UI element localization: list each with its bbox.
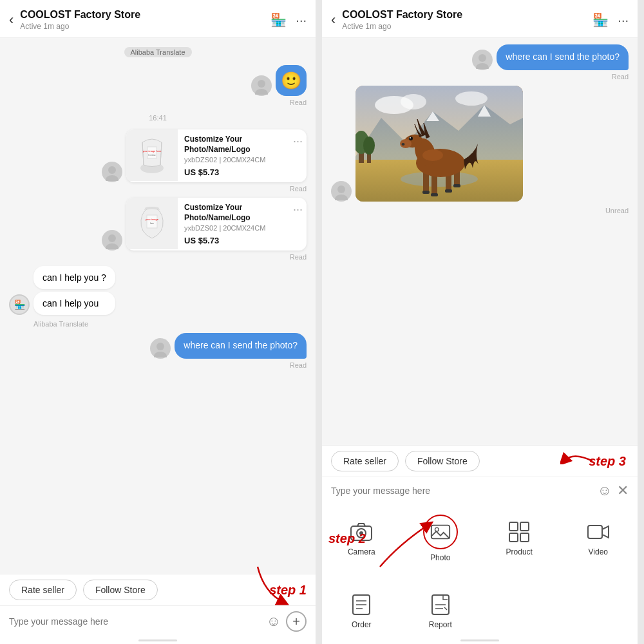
- svg-text:your image: your image: [146, 218, 159, 221]
- svg-rect-56: [520, 522, 529, 531]
- step3-arrow: [560, 439, 599, 464]
- product-card-1[interactable]: your image here le mieux Customize Your …: [126, 129, 307, 182]
- right-header-icons: 🏪 ···: [592, 12, 629, 28]
- user-avatar: [251, 75, 272, 96]
- product-sku-2: yxbDZS02 | 20CMX24CM: [184, 224, 283, 232]
- report-label: Report: [429, 620, 452, 629]
- right-panel: ‹ COOLOST Factory Store Active 1m ago 🏪 …: [316, 0, 638, 644]
- product-image-2: your image here: [126, 198, 178, 249]
- left-emoji-icon[interactable]: ☺: [267, 613, 281, 630]
- svg-rect-41: [453, 184, 460, 187]
- svg-point-20: [335, 194, 348, 200]
- svg-point-48: [402, 143, 405, 146]
- right-user-msg-row: where can I send the photo?: [331, 44, 629, 70]
- user-blue-bubble: where can I send the photo?: [175, 333, 307, 359]
- right-header-info: COOLOST Factory Store Active 1m ago: [342, 9, 592, 31]
- right-chat-area: where can I send the photo? Read: [322, 38, 638, 445]
- svg-point-1: [255, 89, 268, 95]
- left-chat-area: Alibaba Translate 🙂 Read 16:41: [0, 38, 316, 574]
- svg-rect-8: [147, 215, 157, 228]
- right-rate-seller-button[interactable]: Rate seller: [331, 451, 399, 471]
- photo-label: Photo: [430, 553, 450, 562]
- right-back-button[interactable]: ‹: [331, 12, 336, 28]
- svg-rect-57: [509, 533, 518, 542]
- right-emoji-icon[interactable]: ☺: [598, 482, 612, 499]
- right-actions-area: Rate seller Follow Store step 3: [322, 445, 638, 477]
- seller-msg-1: can I help you ?: [33, 266, 115, 289]
- product-label: Product: [506, 547, 533, 556]
- media-grid-row1: Camera Photo Product: [322, 504, 638, 570]
- left-plus-button[interactable]: +: [286, 611, 307, 632]
- read-status-3: Read: [290, 253, 307, 261]
- video-media-item[interactable]: Video: [559, 504, 638, 570]
- left-message-input[interactable]: [9, 616, 261, 627]
- product-more-1[interactable]: ···: [289, 129, 307, 153]
- read-status-4: Read: [290, 361, 307, 369]
- read-status-2: Read: [290, 185, 307, 193]
- svg-point-47: [410, 137, 411, 138]
- unread-status: Unread: [605, 207, 629, 214]
- svg-rect-55: [509, 522, 518, 531]
- plus-icon: +: [292, 614, 300, 629]
- svg-point-0: [258, 80, 265, 88]
- svg-point-49: [422, 149, 443, 161]
- svg-point-46: [409, 137, 413, 140]
- product-media-item[interactable]: Product: [480, 504, 559, 570]
- horse-image: [355, 86, 523, 202]
- order-media-item[interactable]: Order: [322, 583, 401, 637]
- right-store-icon[interactable]: 🏪: [592, 12, 609, 28]
- right-bottom-actions: Rate seller Follow Store step 3: [322, 445, 638, 477]
- more-icon[interactable]: ···: [296, 13, 307, 28]
- product-more-2[interactable]: ···: [289, 198, 307, 222]
- report-media-item[interactable]: Report: [401, 583, 480, 637]
- svg-point-16: [154, 352, 167, 357]
- seller-msg-row: 🏪 can I help you ? can I help you: [9, 266, 307, 315]
- left-header: ‹ COOLOST Factory Store Active 1m ago 🏪 …: [0, 0, 316, 38]
- rate-seller-button[interactable]: Rate seller: [9, 580, 77, 600]
- video-label: Video: [589, 547, 608, 556]
- product-icon: [507, 520, 531, 544]
- svg-point-6: [108, 166, 116, 174]
- emoji-bubble: 🙂: [276, 65, 307, 96]
- right-follow-store-button[interactable]: Follow Store: [405, 451, 480, 471]
- header-icons: 🏪 ···: [270, 12, 307, 28]
- store-status: Active 1m ago: [20, 22, 270, 31]
- right-message-input[interactable]: [331, 486, 592, 496]
- svg-point-33: [363, 137, 375, 155]
- svg-text:le mieux: le mieux: [148, 154, 156, 156]
- back-button[interactable]: ‹: [9, 12, 14, 28]
- order-icon: [350, 593, 373, 616]
- product-title-2: Customize Your Photo/Name/Logo: [184, 203, 283, 223]
- empty-media-1: [480, 583, 559, 637]
- product-sku-1: yxbDZS02 | 20CMX24CM: [184, 156, 283, 164]
- product-msg-row-1: your image here le mieux Customize Your …: [9, 129, 307, 182]
- translate-label: Alibaba Translate: [124, 47, 192, 57]
- user-avatar-2: [102, 162, 122, 182]
- photo-media-item[interactable]: Photo: [401, 504, 480, 570]
- product-image-1: your image here le mieux: [126, 129, 178, 181]
- photo-circle: [423, 515, 458, 549]
- step2-label: step 2: [328, 531, 366, 546]
- photo-icon: [430, 521, 451, 543]
- right-more-icon[interactable]: ···: [618, 13, 629, 28]
- order-label: Order: [352, 620, 372, 629]
- seller-messages: can I help you ? can I help you: [33, 266, 115, 315]
- header-info: COOLOST Factory Store Active 1m ago: [20, 9, 270, 31]
- right-close-icon[interactable]: ✕: [617, 482, 629, 499]
- horse-msg-row: [331, 86, 629, 202]
- media-grid-row2: Order Report: [322, 583, 638, 637]
- empty-media-2: [559, 583, 638, 637]
- left-panel: ‹ COOLOST Factory Store Active 1m ago 🏪 …: [0, 0, 316, 644]
- svg-point-7: [106, 175, 118, 181]
- store-icon[interactable]: 🏪: [270, 12, 287, 28]
- svg-point-15: [156, 343, 164, 350]
- right-store-status: Active 1m ago: [342, 22, 592, 31]
- follow-store-button[interactable]: Follow Store: [83, 580, 158, 600]
- step1-label: step 1: [269, 583, 307, 598]
- svg-rect-38: [422, 191, 430, 194]
- svg-point-18: [476, 63, 489, 69]
- svg-point-27: [455, 91, 488, 106]
- product-card-2[interactable]: your image here Customize Your Photo/Nam…: [126, 198, 307, 251]
- user-blue-msg-row: where can I send the photo?: [9, 333, 307, 359]
- svg-point-45: [400, 139, 412, 148]
